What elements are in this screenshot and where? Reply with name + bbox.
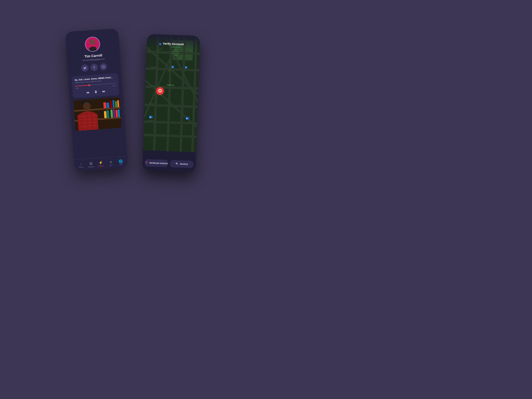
- progress-dot: [88, 84, 90, 86]
- avatar: [85, 36, 101, 52]
- svg-point-7: [103, 66, 104, 68]
- svg-text:M: M: [186, 118, 188, 119]
- map-bottom-buttons: 📍 INCREASE RADIUS 🔍 SEARCH: [142, 150, 196, 172]
- phones-container: Tim Carroll tim.carroll@cpgdata.com: [75, 25, 191, 175]
- increase-radius-label: INCREASE RADIUS: [149, 162, 168, 165]
- svg-text:Park Row: Park Row: [151, 66, 157, 68]
- npp-icon: ★: [109, 160, 112, 164]
- search-icon: 🔍: [176, 162, 178, 165]
- promos-icon: ⚡: [99, 160, 103, 165]
- svg-rect-6: [102, 65, 105, 68]
- nav-promos[interactable]: ⚡ Promos: [96, 160, 106, 167]
- beer-shelf-image: [73, 97, 122, 131]
- phone-left: Tim Carroll tim.carroll@cpgdata.com: [65, 28, 128, 171]
- nav-opp[interactable]: 🌐 OPP: [115, 159, 126, 166]
- svg-text:Ann St: Ann St: [150, 103, 154, 104]
- nav-opp-label: OPP: [119, 163, 123, 165]
- nav-home[interactable]: ⌂ Home: [76, 162, 86, 168]
- svg-rect-17: [106, 103, 109, 108]
- rewind-button[interactable]: ⏮: [86, 91, 89, 94]
- svg-text:P: P: [185, 67, 186, 69]
- time-current: 0:56: [75, 87, 79, 89]
- svg-text:P: P: [172, 66, 173, 68]
- svg-text:Dutch St: Dutch St: [149, 119, 154, 121]
- bottom-nav: ⌂ Home ▦ Displays ⚡ Promos ★ NPP 🌐 OPP: [74, 156, 128, 171]
- displays-icon: ▦: [89, 161, 93, 165]
- svg-text:with lunchtime: with lunchtime: [171, 52, 180, 54]
- svg-rect-16: [103, 102, 106, 108]
- nav-promos-label: Promos: [98, 165, 104, 167]
- nav-displays-label: Displays: [88, 165, 94, 168]
- svg-text:Vibrant: Vibrant: [174, 48, 178, 50]
- svg-text:Fulton St: Fulton St: [167, 84, 174, 86]
- increase-radius-button[interactable]: 📍 INCREASE RADIUS: [145, 159, 168, 167]
- user-name: Tim Carroll: [84, 53, 102, 58]
- progress-fill: [75, 85, 89, 86]
- svg-text:crowds: crowds: [173, 54, 177, 56]
- search-button[interactable]: 🔍 SEARCH: [170, 160, 194, 168]
- verify-account-title: Verify Account: [150, 41, 197, 47]
- nav-npp-label: NPP: [109, 164, 113, 166]
- instagram-button[interactable]: [100, 63, 108, 71]
- home-icon: ⌂: [80, 162, 82, 166]
- map-header: Verify Account: [147, 34, 200, 49]
- svg-text:Fulton St: Fulton St: [150, 85, 156, 86]
- search-label: SEARCH: [180, 163, 188, 165]
- nav-npp[interactable]: ★ NPP: [106, 159, 116, 166]
- svg-point-8: [104, 66, 104, 66]
- facebook-button[interactable]: [90, 63, 98, 71]
- phone-left-content: Tim Carroll tim.carroll@cpgdata.com: [65, 28, 125, 131]
- nav-displays[interactable]: ▦ Displays: [86, 161, 96, 168]
- pause-button[interactable]: ⏸: [94, 90, 98, 94]
- svg-rect-22: [104, 111, 107, 118]
- time-remaining: -3:12: [112, 85, 116, 87]
- nav-home-label: Home: [79, 166, 83, 168]
- media-controls: ⏮ ⏸ ⏭: [76, 89, 116, 95]
- media-player-card: Ep. 016: Lester Jones, NBWA Chief... Ise…: [71, 73, 120, 98]
- phone-right: Verify Account: [142, 34, 200, 172]
- map-svg: Park Pl Park Row Fulton St Ann St Dutch …: [143, 34, 200, 152]
- fastforward-button[interactable]: ⏭: [102, 90, 105, 93]
- twitter-button[interactable]: [81, 64, 89, 72]
- map-area[interactable]: Park Pl Park Row Fulton St Ann St Dutch …: [143, 34, 200, 152]
- svg-text:M: M: [150, 116, 151, 118]
- location-icon: 📍: [145, 161, 148, 164]
- svg-text:greenspace: greenspace: [172, 50, 179, 52]
- opp-icon: 🌐: [119, 159, 123, 163]
- time-row: 0:56 -3:12: [75, 85, 116, 89]
- social-icons-row: [81, 63, 108, 72]
